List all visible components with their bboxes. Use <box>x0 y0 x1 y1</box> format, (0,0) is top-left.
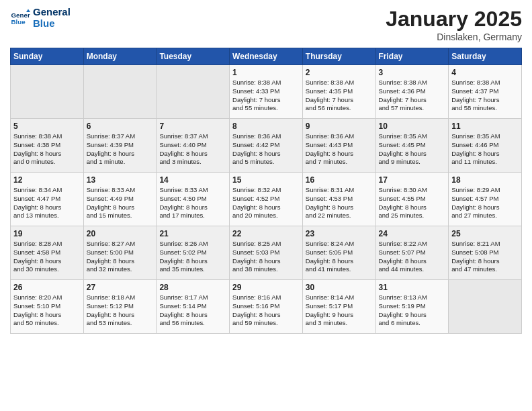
calendar-cell: 31Sunrise: 8:13 AM Sunset: 5:19 PM Dayli… <box>375 280 449 334</box>
logo-icon: General Blue <box>10 8 30 28</box>
day-number: 31 <box>379 283 446 292</box>
day-number: 21 <box>159 229 226 238</box>
calendar-cell: 9Sunrise: 8:36 AM Sunset: 4:43 PM Daylig… <box>302 119 375 173</box>
calendar-header-row: SundayMondayTuesdayWednesdayThursdayFrid… <box>11 48 522 65</box>
day-info: Sunrise: 8:35 AM Sunset: 4:46 PM Dayligh… <box>451 132 519 167</box>
day-of-week-header: Monday <box>83 48 157 65</box>
day-info: Sunrise: 8:14 AM Sunset: 5:17 PM Dayligh… <box>306 293 373 328</box>
calendar-title: January 2025 <box>386 7 522 32</box>
day-info: Sunrise: 8:37 AM Sunset: 4:39 PM Dayligh… <box>87 132 154 167</box>
day-number: 19 <box>13 229 81 238</box>
day-number: 27 <box>87 283 154 292</box>
day-info: Sunrise: 8:25 AM Sunset: 5:03 PM Dayligh… <box>232 240 300 274</box>
day-number: 5 <box>13 122 81 131</box>
day-info: Sunrise: 8:17 AM Sunset: 5:14 PM Dayligh… <box>159 293 226 328</box>
day-info: Sunrise: 8:18 AM Sunset: 5:12 PM Dayligh… <box>87 293 154 328</box>
calendar-cell: 14Sunrise: 8:33 AM Sunset: 4:50 PM Dayli… <box>157 173 230 226</box>
day-number: 24 <box>379 229 446 238</box>
calendar-cell: 2Sunrise: 8:38 AM Sunset: 4:35 PM Daylig… <box>302 65 375 119</box>
day-info: Sunrise: 8:32 AM Sunset: 4:52 PM Dayligh… <box>232 186 300 220</box>
day-info: Sunrise: 8:36 AM Sunset: 4:43 PM Dayligh… <box>306 132 373 167</box>
calendar-cell: 11Sunrise: 8:35 AM Sunset: 4:46 PM Dayli… <box>449 119 522 173</box>
day-info: Sunrise: 8:38 AM Sunset: 4:36 PM Dayligh… <box>379 79 446 113</box>
logo: General Blue General Blue <box>10 7 71 29</box>
day-info: Sunrise: 8:22 AM Sunset: 5:07 PM Dayligh… <box>379 240 446 274</box>
day-of-week-header: Tuesday <box>157 48 230 65</box>
calendar-week-row: 1Sunrise: 8:38 AM Sunset: 4:33 PM Daylig… <box>11 65 522 119</box>
day-of-week-header: Friday <box>375 48 449 65</box>
day-number: 8 <box>232 122 300 131</box>
calendar-week-row: 26Sunrise: 8:20 AM Sunset: 5:10 PM Dayli… <box>11 280 522 334</box>
calendar-cell <box>157 65 230 119</box>
day-info: Sunrise: 8:30 AM Sunset: 4:55 PM Dayligh… <box>379 186 446 220</box>
calendar-cell <box>449 280 522 334</box>
day-number: 16 <box>306 175 373 185</box>
day-info: Sunrise: 8:29 AM Sunset: 4:57 PM Dayligh… <box>451 186 519 220</box>
calendar-cell: 22Sunrise: 8:25 AM Sunset: 5:03 PM Dayli… <box>230 226 303 280</box>
calendar-week-row: 5Sunrise: 8:38 AM Sunset: 4:38 PM Daylig… <box>11 119 522 173</box>
day-info: Sunrise: 8:28 AM Sunset: 4:58 PM Dayligh… <box>13 240 81 274</box>
calendar-week-row: 19Sunrise: 8:28 AM Sunset: 4:58 PM Dayli… <box>11 226 522 280</box>
day-of-week-header: Sunday <box>11 48 84 65</box>
day-of-week-header: Saturday <box>449 48 522 65</box>
day-number: 20 <box>87 229 154 238</box>
calendar-cell: 24Sunrise: 8:22 AM Sunset: 5:07 PM Dayli… <box>375 226 449 280</box>
day-number: 10 <box>379 122 446 131</box>
calendar-week-row: 12Sunrise: 8:34 AM Sunset: 4:47 PM Dayli… <box>11 173 522 226</box>
day-number: 28 <box>159 283 226 292</box>
day-info: Sunrise: 8:38 AM Sunset: 4:33 PM Dayligh… <box>232 79 300 113</box>
calendar-cell: 5Sunrise: 8:38 AM Sunset: 4:38 PM Daylig… <box>11 119 84 173</box>
calendar-cell: 15Sunrise: 8:32 AM Sunset: 4:52 PM Dayli… <box>230 173 303 226</box>
calendar-subtitle: Dinslaken, Germany <box>386 32 522 42</box>
day-info: Sunrise: 8:21 AM Sunset: 5:08 PM Dayligh… <box>451 240 519 274</box>
svg-text:Blue: Blue <box>11 18 26 26</box>
logo-line1: General <box>33 7 71 18</box>
day-number: 22 <box>232 229 300 238</box>
day-info: Sunrise: 8:33 AM Sunset: 4:49 PM Dayligh… <box>87 186 154 220</box>
calendar-cell <box>11 65 84 119</box>
day-number: 9 <box>306 122 373 131</box>
day-number: 11 <box>451 122 519 131</box>
page-header: General Blue General Blue January 2025 D… <box>10 7 522 42</box>
calendar-cell: 8Sunrise: 8:36 AM Sunset: 4:42 PM Daylig… <box>230 119 303 173</box>
day-info: Sunrise: 8:13 AM Sunset: 5:19 PM Dayligh… <box>379 293 446 328</box>
day-info: Sunrise: 8:24 AM Sunset: 5:05 PM Dayligh… <box>306 240 373 274</box>
logo-line2: Blue <box>33 18 71 30</box>
calendar-cell: 21Sunrise: 8:26 AM Sunset: 5:02 PM Dayli… <box>157 226 230 280</box>
day-number: 6 <box>87 122 154 131</box>
calendar-cell: 12Sunrise: 8:34 AM Sunset: 4:47 PM Dayli… <box>11 173 84 226</box>
calendar-cell: 25Sunrise: 8:21 AM Sunset: 5:08 PM Dayli… <box>449 226 522 280</box>
day-info: Sunrise: 8:36 AM Sunset: 4:42 PM Dayligh… <box>232 132 300 167</box>
day-info: Sunrise: 8:20 AM Sunset: 5:10 PM Dayligh… <box>13 293 81 328</box>
calendar-cell: 13Sunrise: 8:33 AM Sunset: 4:49 PM Dayli… <box>83 173 157 226</box>
day-number: 15 <box>232 175 300 185</box>
day-number: 14 <box>159 175 226 185</box>
day-info: Sunrise: 8:16 AM Sunset: 5:16 PM Dayligh… <box>232 293 300 328</box>
day-info: Sunrise: 8:38 AM Sunset: 4:37 PM Dayligh… <box>451 79 519 113</box>
day-info: Sunrise: 8:31 AM Sunset: 4:53 PM Dayligh… <box>306 186 373 220</box>
title-block: January 2025 Dinslaken, Germany <box>386 7 522 42</box>
day-info: Sunrise: 8:35 AM Sunset: 4:45 PM Dayligh… <box>379 132 446 167</box>
day-number: 25 <box>451 229 519 238</box>
calendar-table: SundayMondayTuesdayWednesdayThursdayFrid… <box>10 48 522 334</box>
calendar-cell: 6Sunrise: 8:37 AM Sunset: 4:39 PM Daylig… <box>83 119 157 173</box>
day-number: 29 <box>232 283 300 292</box>
day-number: 26 <box>13 283 81 292</box>
day-info: Sunrise: 8:38 AM Sunset: 4:38 PM Dayligh… <box>13 132 81 167</box>
day-number: 17 <box>379 175 446 185</box>
day-info: Sunrise: 8:38 AM Sunset: 4:35 PM Dayligh… <box>306 79 373 113</box>
day-info: Sunrise: 8:27 AM Sunset: 5:00 PM Dayligh… <box>87 240 154 274</box>
svg-marker-2 <box>26 9 30 12</box>
calendar-cell: 1Sunrise: 8:38 AM Sunset: 4:33 PM Daylig… <box>230 65 303 119</box>
day-number: 7 <box>159 122 226 131</box>
day-number: 3 <box>379 68 446 77</box>
calendar-cell: 29Sunrise: 8:16 AM Sunset: 5:16 PM Dayli… <box>230 280 303 334</box>
calendar-cell: 7Sunrise: 8:37 AM Sunset: 4:40 PM Daylig… <box>157 119 230 173</box>
day-number: 2 <box>306 68 373 77</box>
calendar-cell: 27Sunrise: 8:18 AM Sunset: 5:12 PM Dayli… <box>83 280 157 334</box>
calendar-cell: 23Sunrise: 8:24 AM Sunset: 5:05 PM Dayli… <box>302 226 375 280</box>
day-number: 12 <box>13 175 81 185</box>
calendar-cell: 18Sunrise: 8:29 AM Sunset: 4:57 PM Dayli… <box>449 173 522 226</box>
day-number: 23 <box>306 229 373 238</box>
svg-text:General: General <box>11 11 31 18</box>
